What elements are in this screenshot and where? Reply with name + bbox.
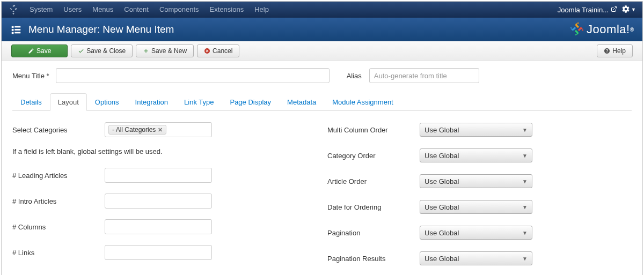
date-ordering-label: Date for Ordering (327, 203, 420, 211)
menu-title-input[interactable] (56, 68, 330, 83)
tab-options[interactable]: Options (87, 93, 127, 111)
svg-rect-1 (14, 26, 20, 28)
category-order-label: Category Order (327, 152, 420, 160)
cancel-label: Cancel (213, 47, 232, 55)
tab-integration[interactable]: Integration (127, 93, 176, 111)
brand: Joomla! ® (569, 21, 634, 38)
help-button[interactable]: Help (597, 44, 633, 57)
tab-module-assignment[interactable]: Module Assignment (324, 93, 401, 111)
tab-layout[interactable]: Layout (50, 93, 87, 111)
menu-users[interactable]: Users (58, 2, 87, 18)
chevron-down-icon: ▼ (522, 153, 528, 159)
user-menu[interactable]: ▼ (621, 5, 636, 15)
select-value: Use Global (425, 177, 459, 185)
left-column: Select Categories - All Categories ✕ If … (12, 122, 317, 275)
intro-articles-input[interactable] (105, 194, 212, 209)
chevron-down-icon: ▼ (522, 179, 528, 184)
site-label: Joomla Trainin... (558, 6, 609, 14)
site-link[interactable]: Joomla Trainin... (558, 6, 617, 14)
tab-details[interactable]: Details (12, 93, 50, 111)
chip-label: - All Categories (112, 126, 156, 133)
cancel-icon (204, 48, 210, 54)
select-categories-label: Select Categories (12, 126, 105, 134)
apply-icon (28, 48, 34, 54)
toolbar: Save Save & Close Save & New Cancel Help (2, 41, 642, 61)
svg-rect-0 (12, 26, 14, 28)
svg-rect-4 (12, 32, 14, 34)
select-value: Use Global (425, 152, 459, 160)
date-ordering-select[interactable]: Use Global ▼ (420, 200, 532, 214)
content: Menu Title * Alias Details Layout Option… (2, 61, 642, 275)
intro-articles-label: # Intro Articles (12, 197, 105, 205)
titlebar: Menu Manager: New Menu Item Joomla! ® (2, 18, 642, 41)
category-order-select[interactable]: Use Global ▼ (420, 148, 532, 162)
menu-help[interactable]: Help (249, 2, 274, 18)
chevron-down-icon: ▼ (522, 230, 528, 236)
svg-rect-2 (12, 29, 14, 31)
pagination-results-select[interactable]: Use Global ▼ (420, 251, 532, 265)
blank-note: If a field is left blank, global setting… (12, 147, 317, 155)
multi-col-order-label: Multi Column Order (327, 126, 420, 134)
select-value: Use Global (425, 203, 459, 211)
links-label: # Links (12, 249, 105, 257)
save-button[interactable]: Save (11, 44, 68, 57)
article-order-label: Article Order (327, 177, 420, 185)
menu-title-label: Menu Title * (12, 72, 49, 80)
pagination-label: Pagination (327, 229, 420, 237)
title-row: Menu Title * Alias (12, 68, 632, 83)
article-order-select[interactable]: Use Global ▼ (420, 174, 532, 188)
plus-icon (143, 48, 149, 54)
joomla-brand-icon (569, 21, 584, 38)
tab-link-type[interactable]: Link Type (176, 93, 222, 111)
form-body: Select Categories - All Categories ✕ If … (12, 122, 632, 275)
save-close-button[interactable]: Save & Close (71, 44, 133, 57)
menu-components[interactable]: Components (154, 2, 204, 18)
right-column: Multi Column Order Use Global ▼ Category… (327, 122, 632, 275)
topbar-right: Joomla Trainin... ▼ (558, 5, 636, 15)
save-close-label: Save & Close (86, 47, 126, 55)
columns-label: # Columns (12, 223, 105, 231)
brand-reg: ® (630, 27, 634, 33)
svg-rect-5 (14, 32, 20, 34)
select-value: Use Global (425, 126, 459, 134)
chevron-down-icon: ▼ (522, 204, 528, 210)
check-icon (78, 48, 84, 54)
select-value: Use Global (425, 229, 459, 237)
menu-extensions[interactable]: Extensions (204, 2, 250, 18)
caret-down-icon: ▼ (631, 7, 636, 12)
cancel-button[interactable]: Cancel (197, 44, 239, 57)
page-title: Menu Manager: New Menu Item (28, 24, 569, 35)
select-categories-input[interactable]: - All Categories ✕ (105, 122, 212, 137)
tab-page-display[interactable]: Page Display (222, 93, 279, 111)
external-icon (611, 6, 617, 14)
joomla-logo-icon (8, 4, 19, 15)
links-input[interactable] (105, 245, 212, 260)
save-new-button[interactable]: Save & New (136, 44, 194, 57)
tab-metadata[interactable]: Metadata (279, 93, 324, 111)
leading-articles-label: # Leading Articles (12, 172, 105, 180)
menu-menus[interactable]: Menus (87, 2, 119, 18)
chip-remove-icon[interactable]: ✕ (158, 127, 163, 133)
columns-input[interactable] (105, 219, 212, 234)
alias-input[interactable] (369, 68, 479, 83)
list-icon (10, 24, 22, 35)
pagination-results-label: Pagination Results (327, 255, 420, 263)
leading-articles-input[interactable] (105, 168, 212, 183)
multi-col-order-select[interactable]: Use Global ▼ (420, 123, 532, 137)
chevron-down-icon: ▼ (522, 256, 528, 262)
category-chip[interactable]: - All Categories ✕ (108, 125, 166, 135)
save-label: Save (36, 47, 51, 55)
topbar: System Users Menus Content Components Ex… (2, 2, 642, 18)
chevron-down-icon: ▼ (522, 127, 528, 133)
help-label: Help (612, 47, 626, 55)
menu-system[interactable]: System (24, 2, 58, 18)
select-value: Use Global (425, 255, 459, 263)
menu-content[interactable]: Content (119, 2, 154, 18)
svg-rect-3 (14, 29, 20, 31)
save-new-label: Save & New (151, 47, 187, 55)
gear-icon (621, 5, 630, 15)
brand-text: Joomla! (587, 23, 630, 36)
help-icon (604, 48, 610, 54)
pagination-select[interactable]: Use Global ▼ (420, 226, 532, 240)
topbar-left: System Users Menus Content Components Ex… (8, 2, 274, 18)
